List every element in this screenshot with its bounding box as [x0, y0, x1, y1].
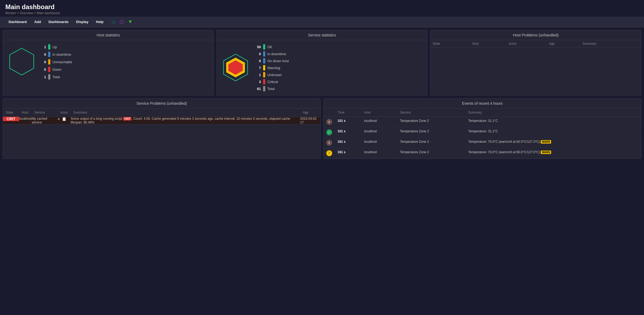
time-cell: 101 s — [335, 117, 362, 127]
hp-col-host: Host — [470, 40, 507, 47]
service-statistics-widget: Service statistics 50 OK — [217, 30, 428, 96]
nav-display[interactable]: Display — [73, 18, 92, 26]
events-table: Time Host Service Summary 🔇 101 s l — [324, 108, 641, 159]
ev-col-time: Time — [335, 108, 362, 117]
svc-ok: 50 OK — [256, 44, 289, 50]
svc-warning: 7 Warning — [256, 65, 289, 70]
summary-cell: Temperature: 70.0°C (warn/crit at 60.0°C… — [465, 148, 641, 159]
nav-dashboard[interactable]: Dashboard — [5, 18, 30, 26]
stat-down: 0 Down — [42, 67, 72, 72]
critical-dot — [263, 79, 265, 84]
service-cell[interactable]: Temperature Zone 2 — [397, 138, 465, 148]
summary-cell: Temperature: 31.1°C — [465, 127, 641, 138]
svc-critical: 3 Critical — [256, 79, 289, 84]
events-title: Events of recent 4 hours — [324, 99, 641, 108]
host-cell[interactable]: localhost — [362, 148, 397, 159]
svg-marker-0 — [10, 48, 34, 75]
host-stats-list: 1 Up 0 In downtime 0 Unreachable — [42, 44, 72, 80]
host-cell[interactable]: localhost — [362, 127, 397, 138]
host-problems-widget: Host Problems (unhandled) State Host Ico… — [430, 30, 641, 96]
breadcrumb: Monitor > Overview > Main dashboard — [5, 11, 639, 15]
nav-bar: Dashboard Add Dashboards Display Help 🌑 … — [0, 17, 644, 27]
host-cell[interactable]: localhost — [19, 117, 32, 125]
service-problems-table: State Host Service Icons Summary Age CRI… — [3, 108, 320, 125]
nav-add[interactable]: Add — [31, 18, 44, 26]
nav-dashboards[interactable]: Dashboards — [45, 18, 72, 26]
summary-cell: Temperature: 70.0°C (warn/crit at 60.0°C… — [465, 138, 641, 148]
summary-cell: Some output of a long running script CRI… — [71, 117, 300, 125]
warn-badge: WARN — [541, 140, 551, 144]
crit-label: CRIT — [3, 117, 19, 121]
host-problems-title: Host Problems (unhandled) — [430, 30, 641, 40]
nav-help[interactable]: Help — [93, 18, 107, 26]
hp-col-state: State — [430, 40, 470, 47]
checkmk-icon[interactable]: ⬡ — [119, 19, 125, 25]
filter-icon[interactable]: ▼ — [127, 19, 134, 25]
warn-icon: ! — [326, 150, 332, 156]
moon-icon[interactable]: 🌑 — [110, 19, 116, 25]
service-problems-body: State Host Service Icons Summary Age CRI… — [3, 108, 320, 125]
host-hexagon — [7, 47, 36, 76]
sp-col-age: Age — [300, 108, 320, 117]
svc-downtime-dot — [263, 51, 265, 57]
svc-total-dot — [263, 86, 265, 91]
hp-col-summary: Summary — [581, 40, 641, 47]
events-widget: Events of recent 4 hours Time Host Servi… — [323, 98, 641, 159]
service-cell[interactable]: My cached service — [32, 117, 58, 125]
ev-col-summary: Summary — [465, 108, 641, 117]
time-cell: 161 s — [335, 138, 362, 148]
sp-col-state: State — [3, 108, 19, 117]
host-problems-table: State Host Icons Age Summary — [430, 40, 641, 47]
down-dot — [48, 67, 50, 72]
warning-dot — [263, 65, 265, 70]
service-statistics-body: 50 OK 0 In downtime 0 On down host — [217, 40, 427, 95]
page-header: Main dashboard Monitor > Overview > Main… — [0, 0, 644, 17]
table-row: CRIT localhost My cached service ≡ 📋 Som… — [3, 117, 320, 125]
mute-icon: 🔇 — [326, 119, 332, 125]
svc-total: 61 Total — [256, 86, 289, 91]
svc-on-down-host: 0 On down host — [256, 58, 289, 63]
svc-unknown: 1 Unknown — [256, 72, 289, 77]
host-statistics-title: Host statistics — [3, 30, 214, 40]
event-icon-cell: 🔇 — [324, 138, 335, 148]
hp-col-age: Age — [547, 40, 581, 47]
crit-badge: CRIT — [123, 117, 131, 121]
on-down-host-dot — [263, 58, 265, 63]
state-cell: CRIT — [3, 117, 19, 125]
host-hex-container — [7, 47, 36, 77]
page-title: Main dashboard — [5, 3, 639, 11]
time-cell: 101 s — [335, 127, 362, 138]
service-hexagon — [221, 53, 250, 82]
host-cell[interactable]: localhost — [362, 117, 397, 127]
host-problems-body: State Host Icons Age Summary — [430, 40, 641, 47]
service-cell[interactable]: Temperature Zone 2 — [397, 117, 465, 127]
summary-cell: Temperature: 31.1°C — [465, 117, 641, 127]
table-row: 🔇 161 s localhost Temperature Zone 2 Tem… — [324, 138, 641, 148]
stat-up: 1 Up — [42, 44, 72, 50]
event-icon-cell: ✓ — [324, 127, 335, 138]
host-statistics-widget: Host statistics 1 Up 0 I — [3, 30, 214, 96]
mute-icon: 🔇 — [326, 140, 332, 146]
event-icon-cell: 🔇 — [324, 117, 335, 127]
downtime-dot — [48, 52, 50, 57]
sp-col-service: Service — [32, 108, 58, 117]
table-row: ✓ 101 s localhost Temperature Zone 2 Tem… — [324, 127, 641, 138]
table-row: ! 161 s localhost Temperature Zone 2 Tem… — [324, 148, 641, 159]
ev-col-service: Service — [397, 108, 465, 117]
note-icon[interactable]: 📋 — [62, 117, 66, 121]
unreachable-dot — [48, 59, 50, 65]
up-dot — [48, 44, 50, 50]
sp-col-host: Host — [19, 108, 32, 117]
ok-icon: ✓ — [326, 129, 332, 135]
table-row: 🔇 101 s localhost Temperature Zone 2 Tem… — [324, 117, 641, 127]
nav-icons: 🌑 ⬡ ▼ — [110, 19, 134, 25]
stat-total: 1 Total — [42, 74, 72, 80]
service-cell[interactable]: Temperature Zone 2 — [397, 148, 465, 159]
host-cell[interactable]: localhost — [362, 138, 397, 148]
svc-downtime: 0 In downtime — [256, 51, 289, 57]
main-content: Host statistics 1 Up 0 I — [0, 27, 644, 162]
service-cell[interactable]: Temperature Zone 2 — [397, 127, 465, 138]
hamburger-icon[interactable]: ≡ — [58, 117, 60, 121]
warn-badge: WARN — [541, 151, 551, 154]
time-cell: 161 s — [335, 148, 362, 159]
